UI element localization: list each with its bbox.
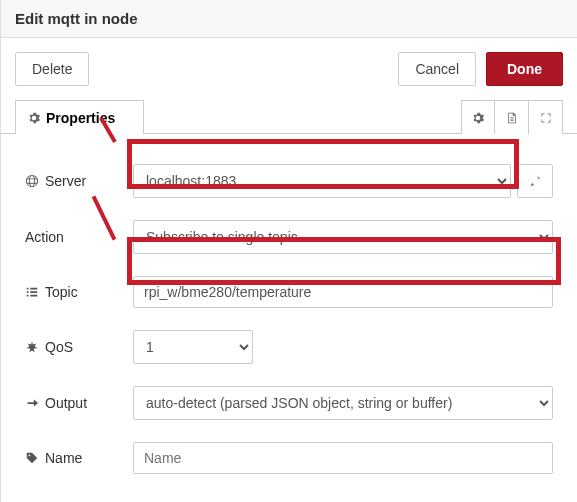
panel-header: Edit mqtt in node xyxy=(1,0,577,38)
edit-panel: Edit mqtt in node Delete Cancel Done Pro… xyxy=(0,0,577,502)
name-label: Name xyxy=(25,450,133,466)
tab-properties[interactable]: Properties xyxy=(15,100,144,134)
topic-label: Topic xyxy=(25,284,133,300)
cancel-button[interactable]: Cancel xyxy=(398,52,476,86)
globe-icon xyxy=(25,174,39,188)
qos-label: QoS xyxy=(25,339,133,355)
tab-description-button[interactable] xyxy=(495,100,529,134)
tab-appearance-button[interactable] xyxy=(529,100,563,134)
qos-select[interactable]: 1 xyxy=(133,330,253,364)
pencil-icon xyxy=(529,175,541,187)
topic-row: Topic xyxy=(25,276,553,308)
action-select[interactable]: Subscribe to single topic xyxy=(133,220,553,254)
delete-button[interactable]: Delete xyxy=(15,52,89,86)
action-row: Action Subscribe to single topic xyxy=(25,220,553,254)
output-select[interactable]: auto-detect (parsed JSON object, string … xyxy=(133,386,553,420)
panel-title: Edit mqtt in node xyxy=(15,10,563,27)
expand-icon xyxy=(540,112,552,124)
qos-row: QoS 1 xyxy=(25,330,553,364)
gear-icon xyxy=(472,112,484,124)
arrow-right-icon xyxy=(25,396,39,410)
asterisk-icon xyxy=(25,340,39,354)
tag-icon xyxy=(25,451,39,465)
server-label: Server xyxy=(25,173,133,189)
gear-icon xyxy=(28,112,40,124)
list-icon xyxy=(25,285,39,299)
action-label: Action xyxy=(25,229,133,245)
output-row: Output auto-detect (parsed JSON object, … xyxy=(25,386,553,420)
tab-settings-button[interactable] xyxy=(461,100,495,134)
properties-form: Server localhost:1883 Action Subscribe t… xyxy=(1,134,577,502)
done-button[interactable]: Done xyxy=(486,52,563,86)
name-row: Name xyxy=(25,442,553,474)
server-select[interactable]: localhost:1883 xyxy=(133,164,511,198)
tabs: Properties xyxy=(1,100,577,134)
server-row: Server localhost:1883 xyxy=(25,164,553,198)
output-label: Output xyxy=(25,395,133,411)
button-row: Delete Cancel Done xyxy=(1,38,577,100)
name-input[interactable] xyxy=(133,442,553,474)
topic-input[interactable] xyxy=(133,276,553,308)
server-edit-button[interactable] xyxy=(517,164,553,198)
document-icon xyxy=(506,112,518,124)
